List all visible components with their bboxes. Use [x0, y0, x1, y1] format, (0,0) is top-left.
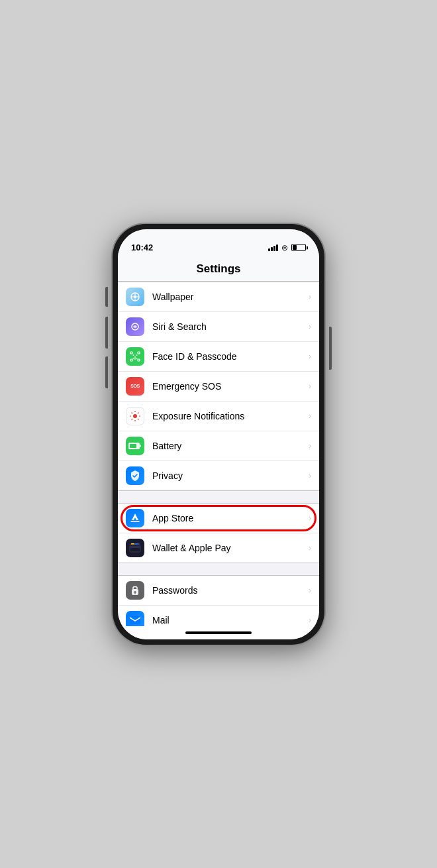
- privacy-label: Privacy: [152, 470, 309, 481]
- settings-row-wallet[interactable]: Wallet & Apple Pay ›: [118, 533, 319, 563]
- wallpaper-label: Wallpaper: [152, 292, 309, 302]
- svg-point-12: [133, 414, 137, 418]
- svg-rect-25: [130, 545, 140, 552]
- settings-row-wallpaper[interactable]: Wallpaper ›: [118, 282, 319, 312]
- settings-list[interactable]: Wallpaper › Siri & Search ›: [118, 282, 319, 626]
- svg-rect-7: [130, 359, 132, 361]
- svg-line-19: [138, 412, 139, 413]
- battery-icon: [126, 437, 144, 455]
- appstore-icon: [126, 509, 144, 527]
- svg-rect-5: [130, 352, 132, 354]
- faceid-chevron: ›: [309, 352, 311, 361]
- nav-header: Settings: [118, 258, 319, 282]
- siri-label: Siri & Search: [152, 321, 309, 332]
- settings-row-exposure[interactable]: Exposure Notifications ›: [118, 402, 319, 431]
- faceid-icon: [126, 347, 144, 366]
- signal-icon: [268, 244, 278, 251]
- page-title: Settings: [196, 262, 240, 275]
- appstore-label: App Store: [152, 513, 309, 523]
- exposure-label: Exposure Notifications: [152, 411, 309, 421]
- settings-row-passwords[interactable]: Passwords ›: [118, 576, 319, 606]
- home-bar: [185, 631, 252, 634]
- svg-line-18: [138, 419, 139, 420]
- passwords-chevron: ›: [309, 586, 311, 595]
- wallpaper-icon: [126, 288, 144, 306]
- battery-label: Battery: [152, 441, 309, 451]
- faceid-label: Face ID & Passcode: [152, 351, 309, 362]
- svg-rect-23: [130, 444, 136, 448]
- passwords-icon: [126, 581, 144, 600]
- wallet-icon: [126, 539, 144, 557]
- svg-rect-28: [131, 543, 134, 545]
- mute-button[interactable]: [105, 287, 108, 307]
- svg-rect-6: [138, 352, 140, 354]
- wallet-label: Wallet & Apple Pay: [152, 543, 309, 553]
- status-bar: 10:42 ⊜: [118, 229, 319, 258]
- phone-screen: 10:42 ⊜ Settings: [118, 229, 319, 639]
- wifi-icon: ⊜: [281, 243, 288, 252]
- volume-down-button[interactable]: [105, 356, 108, 388]
- siri-chevron: ›: [309, 322, 311, 331]
- appstore-chevron: ›: [309, 514, 311, 523]
- mail-label: Mail: [152, 615, 309, 625]
- section-apps: Passwords › Mail ›: [118, 575, 319, 626]
- svg-rect-33: [130, 616, 140, 624]
- svg-point-10: [136, 354, 138, 356]
- sos-icon: SOS: [126, 377, 144, 396]
- passwords-label: Passwords: [152, 585, 309, 596]
- section-store: App Store › Wallet & Apple Pay: [118, 503, 319, 563]
- section-system: Wallpaper › Siri & Search ›: [118, 282, 319, 491]
- svg-point-31: [134, 591, 136, 593]
- svg-line-20: [132, 419, 133, 420]
- wallet-chevron: ›: [309, 543, 311, 553]
- battery-chevron: ›: [309, 441, 311, 451]
- sos-label: Emergency SOS: [152, 381, 309, 392]
- svg-rect-26: [130, 546, 140, 548]
- settings-row-siri[interactable]: Siri & Search ›: [118, 312, 319, 342]
- phone-frame: 10:42 ⊜ Settings: [113, 224, 324, 645]
- battery-status-icon: [291, 244, 306, 251]
- settings-row-appstore[interactable]: App Store ›: [118, 504, 319, 533]
- siri-icon: [126, 317, 144, 336]
- settings-row-battery[interactable]: Battery ›: [118, 431, 319, 461]
- settings-row-faceid[interactable]: Face ID & Passcode ›: [118, 342, 319, 372]
- privacy-chevron: ›: [309, 471, 311, 480]
- settings-row-privacy[interactable]: Privacy ›: [118, 461, 319, 490]
- volume-up-button[interactable]: [105, 317, 108, 349]
- settings-row-sos[interactable]: SOS Emergency SOS ›: [118, 372, 319, 402]
- svg-rect-22: [140, 445, 141, 447]
- status-time: 10:42: [131, 243, 153, 252]
- wallpaper-chevron: ›: [309, 292, 311, 301]
- sos-chevron: ›: [309, 382, 311, 391]
- svg-rect-29: [135, 543, 138, 545]
- svg-point-9: [133, 354, 134, 356]
- settings-row-mail[interactable]: Mail ›: [118, 606, 319, 626]
- svg-rect-8: [138, 359, 140, 361]
- mail-chevron: ›: [309, 616, 311, 625]
- svg-line-17: [132, 412, 133, 413]
- home-indicator: [118, 626, 319, 639]
- power-button[interactable]: [329, 327, 332, 370]
- exposure-icon: [126, 407, 144, 425]
- status-icons: ⊜: [268, 243, 306, 252]
- mail-icon: [126, 611, 144, 626]
- exposure-chevron: ›: [309, 411, 311, 421]
- privacy-icon: [126, 466, 144, 485]
